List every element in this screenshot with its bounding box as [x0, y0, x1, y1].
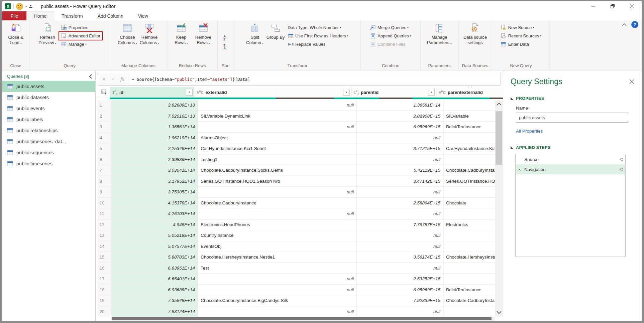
applied-step-navigation[interactable]: ×Navigation — [516, 164, 625, 174]
cell-id[interactable]: 2.25346E+14 — [112, 143, 198, 154]
append-queries-button[interactable]: Append Queries ▾ — [368, 32, 413, 40]
cell-parentexternalid[interactable]: Electronics — [443, 219, 503, 230]
collapse-properties-icon[interactable] — [511, 97, 513, 100]
row-number[interactable]: 15 — [98, 252, 112, 263]
cell-externalid[interactable]: Chocolate.HersheysInstance.Nestle1 — [198, 252, 357, 263]
cell-parentid[interactable]: null — [357, 306, 443, 317]
cell-externalid[interactable]: Test — [198, 263, 357, 274]
scroll-down-icon[interactable] — [495, 311, 503, 314]
remove-columns-button[interactable]: Remove Columns▾ — [139, 22, 160, 46]
row-number[interactable]: 4 — [98, 133, 112, 143]
cell-id[interactable]: 3.03041E+14 — [112, 165, 198, 176]
data-type-button[interactable]: Data Type: Whole Number ▾ — [286, 23, 350, 32]
cell-parentid[interactable]: 7.92839E+15 — [357, 295, 443, 306]
horizontal-scrollbar-thumb[interactable] — [112, 317, 492, 320]
cell-externalid[interactable]: Chocolate.CadburyInstance.BigCandys.Silk — [198, 295, 357, 306]
column-header-id[interactable]: 123id — [110, 87, 194, 97]
cell-parentexternalid[interactable] — [443, 241, 503, 252]
query-list-item[interactable]: public events — [2, 103, 95, 114]
close-query-settings-icon[interactable] — [629, 79, 634, 84]
formula-input[interactable]: = Source{[Schema="public",Item="assets"]… — [128, 73, 501, 85]
manage-parameters-button[interactable]: Manage Parameters▾ — [424, 22, 454, 46]
cell-parentexternalid[interactable] — [443, 187, 503, 197]
query-list-item[interactable]: public sequences — [2, 147, 95, 158]
collapse-ribbon-icon[interactable] — [622, 23, 627, 26]
cell-parentid[interactable]: null — [357, 208, 443, 219]
cell-parentexternalid[interactable]: Series.GOTInstance.HOD1 — [443, 176, 503, 187]
cell-parentexternalid[interactable] — [443, 154, 503, 165]
step-settings-gear-icon[interactable] — [620, 168, 623, 171]
row-number[interactable]: 6 — [98, 154, 112, 165]
row-number[interactable]: 20 — [98, 306, 112, 317]
cell-id[interactable]: 1.96219E+14 — [112, 133, 198, 143]
cell-externalid[interactable]: Series.GOTInstance.HOD1.SeasonTwo — [198, 176, 357, 187]
cell-parentid[interactable]: 5.42119E+15 — [357, 165, 443, 176]
row-number[interactable]: 19 — [98, 295, 112, 306]
row-number[interactable]: 11 — [98, 208, 112, 219]
row-number[interactable]: 9 — [98, 187, 112, 197]
cell-parentid[interactable]: null — [357, 263, 443, 274]
tab-add-column[interactable]: Add Column — [90, 11, 131, 20]
close-and-load-button[interactable]: Close & Load▾ — [5, 22, 26, 46]
cell-id[interactable]: 7.02016E+13 — [112, 111, 198, 122]
column-filter-button[interactable] — [343, 89, 350, 96]
row-number[interactable]: 17 — [98, 274, 112, 284]
cell-parentexternalid[interactable]: Chocolate — [443, 198, 503, 208]
group-by-button[interactable]: Group By — [266, 22, 285, 40]
cell-parentexternalid[interactable] — [443, 263, 503, 274]
keep-rows-button[interactable]: Keep Rows▾ — [171, 22, 192, 46]
cell-externalid[interactable]: Car.HyundaiInstance.Kia1.Sonet — [198, 143, 357, 154]
column-filter-button[interactable] — [186, 89, 193, 96]
cell-parentexternalid[interactable]: Chocolate.CadburyInstance.Big — [443, 295, 503, 306]
choose-columns-button[interactable]: Choose Columns▾ — [117, 22, 138, 46]
cell-parentexternalid[interactable] — [443, 274, 503, 284]
enter-data-button[interactable]: Enter Data — [499, 40, 544, 48]
cell-externalid[interactable]: null — [198, 122, 357, 132]
cell-parentid[interactable]: 6.95969E+15 — [357, 285, 443, 295]
cell-id[interactable]: 3.62689E+13 — [112, 100, 198, 111]
column-header-parentid[interactable]: 123parentid — [351, 87, 436, 97]
all-properties-link[interactable]: All Properties — [516, 129, 543, 134]
merge-queries-button[interactable]: Merge Queries ▾ — [368, 23, 413, 32]
cell-parentid[interactable]: 3.56174E+15 — [357, 252, 443, 263]
query-list-item[interactable]: public assets — [2, 81, 95, 92]
cell-externalid[interactable]: Chocolate.CadburyInstance — [198, 198, 357, 208]
restore-button[interactable] — [603, 1, 622, 11]
cell-parentexternalid[interactable] — [443, 230, 503, 241]
cell-id[interactable]: 7.83124E+14 — [112, 306, 198, 317]
formula-cancel-icon[interactable] — [102, 75, 106, 83]
select-all-columns-button[interactable] — [98, 87, 110, 97]
refresh-preview-button[interactable]: Refresh Preview▾ — [37, 22, 58, 46]
query-list-item[interactable]: public labels — [2, 114, 95, 125]
cell-externalid[interactable]: Testing1 — [198, 154, 357, 165]
advanced-editor-button[interactable]: Advanced Editor — [59, 32, 102, 40]
minimize-button[interactable] — [583, 1, 603, 11]
cell-externalid[interactable]: AlarmsObject — [198, 133, 357, 143]
applied-step-source[interactable]: Source — [516, 154, 625, 164]
cell-parentid[interactable]: 7.79787E+15 — [357, 219, 443, 230]
row-number[interactable]: 14 — [98, 241, 112, 252]
cell-externalid[interactable]: null — [198, 285, 357, 295]
cell-externalid[interactable]: null — [198, 306, 357, 317]
feedback-smiley-icon[interactable] — [16, 3, 23, 10]
cell-id[interactable]: 5.07577E+14 — [112, 241, 198, 252]
cell-parentexternalid[interactable] — [443, 133, 503, 143]
collapse-queries-pane-icon[interactable] — [89, 74, 92, 79]
cell-parentid[interactable]: 2.58894E+15 — [357, 198, 443, 208]
cell-id[interactable]: 5.88783E+14 — [112, 252, 198, 263]
vertical-scrollbar-thumb[interactable] — [496, 111, 502, 165]
properties-button[interactable]: Properties — [59, 23, 102, 32]
cell-id[interactable]: 3.17952E+14 — [112, 176, 198, 187]
cell-parentid[interactable]: 6.95969E+15 — [357, 122, 443, 132]
manage-button[interactable]: Manage ▾ — [59, 40, 102, 48]
cell-parentid[interactable]: null — [357, 230, 443, 241]
cell-id[interactable]: 2.39836E+14 — [112, 154, 198, 165]
cell-externalid[interactable]: SILVariable.DynamicLink — [198, 111, 357, 122]
row-number[interactable]: 5 — [98, 143, 112, 154]
cell-id[interactable]: 6.63951E+14 — [112, 263, 198, 274]
use-first-row-as-headers-button[interactable]: Use First Row as Headers ▾ — [286, 32, 350, 40]
cell-parentid[interactable]: 3.47142E+15 — [357, 176, 443, 187]
cell-parentexternalid[interactable]: Car.HyundaiInstance.Kia1 — [443, 143, 503, 154]
cell-parentexternalid[interactable] — [443, 100, 503, 111]
cell-id[interactable]: 5.05218E+14 — [112, 230, 198, 241]
